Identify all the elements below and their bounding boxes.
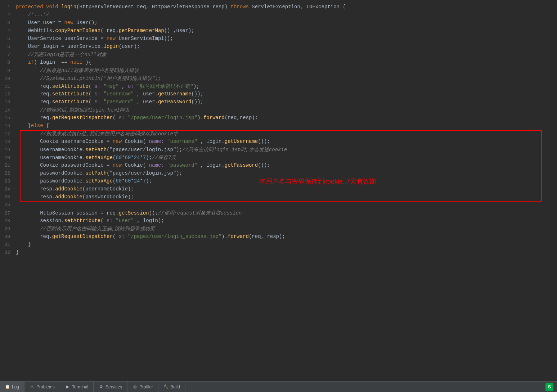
code-line: 11 req.setAttribute( s: "msg" , o: "账号或登… — [0, 83, 557, 91]
line-number: 22 — [0, 171, 14, 176]
code-text: Cookie usernameCookie = new Cookie( name… — [14, 139, 557, 144]
code-line: 24 resp.addCookie(usernameCookie); — [0, 186, 557, 194]
line-number: 16 — [0, 123, 14, 129]
code-line: 16 }else { — [0, 122, 557, 130]
code-text: req.getRequestDispatcher( s: "/pages/use… — [14, 115, 557, 121]
code-line: 29 //否则表示用户名密码输入正确,跳转到登录成功页 — [0, 225, 557, 233]
code-text: WebUtils.copyParamToBean( req.getParamet… — [14, 28, 557, 33]
line-number: 14 — [0, 108, 14, 113]
codebrave-logo: S — [545, 383, 553, 391]
line-number: 2 — [0, 12, 14, 18]
code-text: //否则表示用户名密码输入正确,跳转到登录成功页 — [14, 226, 557, 232]
code-text: //如果是null对象表示用户名密码输入错误 — [14, 67, 557, 74]
problems-icon: ⚠ — [30, 384, 35, 389]
code-line: 15 req.getRequestDispatcher( s: "/pages/… — [0, 114, 557, 122]
line-number: 27 — [0, 211, 14, 216]
line-number: 9 — [0, 68, 14, 73]
line-number: 20 — [0, 155, 14, 161]
build-icon: 🔨 — [163, 384, 169, 389]
line-number: 11 — [0, 84, 14, 89]
line-number: 32 — [0, 250, 14, 255]
line-number: 29 — [0, 226, 14, 232]
code-line: 6 User login = userService.login(user); — [0, 43, 557, 51]
code-text: passwordCookie.setPath("pages/user/login… — [14, 170, 557, 176]
bottom-toolbar: 📋Log⚠Problems▶Terminal⚙Services◎Profiler… — [0, 381, 557, 392]
line-number: 4 — [0, 28, 14, 33]
line-number: 24 — [0, 186, 14, 192]
bottom-tab-label: Services — [105, 384, 122, 389]
code-line: 7 //判断login是不是一个null对象 — [0, 51, 557, 59]
code-line: 30 req.getRequestDispatcher( s: "/pages/… — [0, 233, 557, 241]
code-text: protected void login(HttpServletRequest … — [14, 4, 557, 10]
services-icon: ⚙ — [99, 384, 104, 389]
line-number: 31 — [0, 242, 14, 247]
code-line: 2 /*...*/ — [0, 12, 557, 19]
line-number: 12 — [0, 91, 14, 97]
code-text: resp.addCookie(passwordCookie); — [14, 194, 557, 200]
code-text: UserService userService = new UserServic… — [14, 36, 557, 41]
code-line: 28 session.setAttribute( s: "user" , log… — [0, 217, 557, 225]
code-line: 27 HttpSession session = req.getSession(… — [0, 209, 557, 217]
bottom-tab-label: Profiler — [139, 384, 153, 389]
code-text: /*...*/ — [14, 12, 557, 18]
code-text: //判断login是不是一个null对象 — [14, 51, 557, 58]
line-number: 18 — [0, 139, 14, 144]
code-text: //错误的话,就跳回到login.html网页 — [14, 107, 557, 113]
bottom-tab-label: Build — [170, 384, 180, 389]
code-line: 22 passwordCookie.setPath("pages/user/lo… — [0, 170, 557, 178]
code-line: 9 //如果是null对象表示用户名密码输入错误 — [0, 67, 557, 75]
code-line: 10 //System.out.println("用户名密码输入错误"); — [0, 75, 557, 83]
bottom-tab-label: Terminal — [72, 384, 88, 389]
code-text: req.setAttribute( s: "password" , user.g… — [14, 99, 557, 105]
code-text: //如果来成功执行处,我们来把用户名与密码保存到cookie中 — [14, 131, 557, 137]
code-line: 17 //如果来成功执行处,我们来把用户名与密码保存到cookie中 — [0, 130, 557, 138]
log-icon: 📋 — [5, 384, 10, 389]
code-text: } — [14, 242, 557, 247]
code-line: 21 Cookie passwordCookie = new Cookie( n… — [0, 162, 557, 170]
line-number: 28 — [0, 218, 14, 224]
line-number: 17 — [0, 131, 14, 137]
line-number: 10 — [0, 76, 14, 81]
code-text: req.setAttribute( s: "username" , user.g… — [14, 91, 557, 97]
bottom-tab-services[interactable]: ⚙Services — [94, 382, 127, 392]
line-number: 1 — [0, 4, 14, 10]
code-text: req.setAttribute( s: "msg" , o: "账号或登录密码… — [14, 83, 557, 90]
bottom-tab-label: Log — [12, 384, 19, 389]
code-line: 5 UserService userService = new UserServ… — [0, 35, 557, 43]
code-text: } — [14, 249, 557, 255]
line-number: 21 — [0, 163, 14, 168]
code-text: resp.addCookie(usernameCookie); — [14, 186, 557, 192]
code-line: 31 } — [0, 241, 557, 249]
code-editor: 1protected void login(HttpServletRequest… — [0, 0, 557, 378]
code-line: 18 Cookie usernameCookie = new Cookie( n… — [0, 138, 557, 146]
code-line: 4 WebUtils.copyParamToBean( req.getParam… — [0, 27, 557, 35]
bottom-tab-profiler[interactable]: ◎Profiler — [127, 382, 158, 392]
line-number: 8 — [0, 60, 14, 65]
bottom-tab-problems[interactable]: ⚠Problems — [24, 382, 60, 392]
code-text: User login = userService.login(user); — [14, 44, 557, 49]
code-line: 26 — [0, 202, 557, 209]
line-number: 3 — [0, 20, 14, 26]
line-number: 7 — [0, 52, 14, 58]
code-line: 32} — [0, 249, 557, 257]
line-number: 30 — [0, 234, 14, 239]
profiler-icon: ◎ — [132, 384, 138, 389]
code-line: 1protected void login(HttpServletRequest… — [0, 4, 557, 12]
code-text: req.getRequestDispatcher( s: "/pages/use… — [14, 234, 557, 239]
line-number: 6 — [0, 44, 14, 49]
logo-area: S — [545, 383, 557, 391]
code-text: passwordCookie.setMaxAge(60*60*24*7); — [14, 178, 557, 184]
code-line: 25 resp.addCookie(passwordCookie); — [0, 194, 557, 202]
code-line: 20 usernameCookie.setMaxAge(60*60*24*7);… — [0, 154, 557, 162]
bottom-tab-log[interactable]: 📋Log — [0, 382, 24, 392]
code-line: 3 User user = new User(); — [0, 19, 557, 27]
code-text: usernameCookie.setMaxAge(60*60*24*7);//保… — [14, 154, 557, 161]
bottom-tab-build[interactable]: 🔨Build — [158, 382, 185, 392]
line-number: 15 — [0, 115, 14, 121]
code-text: Cookie passwordCookie = new Cookie( name… — [14, 162, 557, 168]
code-text: HttpSession session = req.getSession();/… — [14, 210, 557, 216]
bottom-tab-terminal[interactable]: ▶Terminal — [60, 382, 94, 392]
line-number: 23 — [0, 179, 14, 184]
terminal-icon: ▶ — [65, 384, 70, 389]
bottom-tab-label: Problems — [36, 384, 55, 389]
